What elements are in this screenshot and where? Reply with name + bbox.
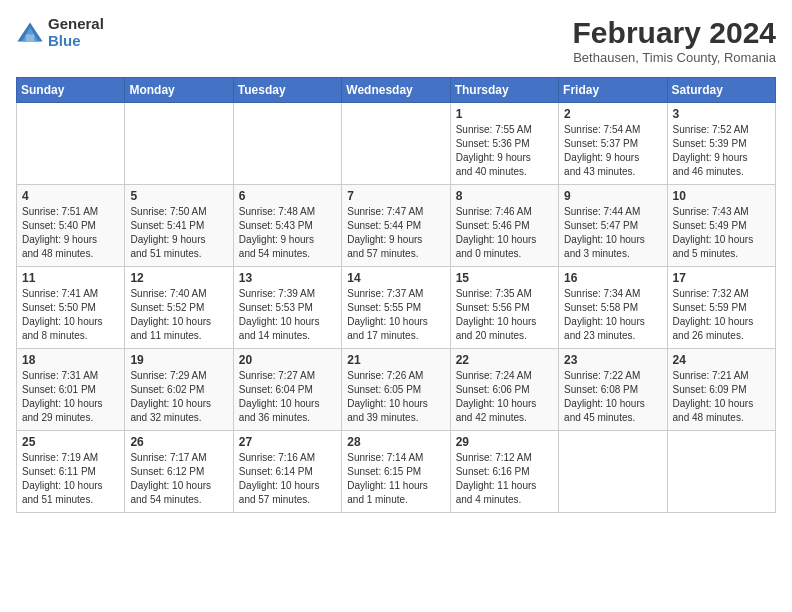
day-info: Sunrise: 7:35 AM Sunset: 5:56 PM Dayligh…	[456, 287, 553, 343]
day-number: 4	[22, 189, 119, 203]
title-block: February 2024 Bethausen, Timis County, R…	[573, 16, 776, 65]
day-info: Sunrise: 7:48 AM Sunset: 5:43 PM Dayligh…	[239, 205, 336, 261]
calendar-cell: 29Sunrise: 7:12 AM Sunset: 6:16 PM Dayli…	[450, 431, 558, 513]
calendar-cell: 26Sunrise: 7:17 AM Sunset: 6:12 PM Dayli…	[125, 431, 233, 513]
page-header: General Blue February 2024 Bethausen, Ti…	[16, 16, 776, 65]
logo-general: General	[48, 16, 104, 33]
header-friday: Friday	[559, 78, 667, 103]
day-number: 20	[239, 353, 336, 367]
header-thursday: Thursday	[450, 78, 558, 103]
calendar-cell	[667, 431, 775, 513]
calendar-subtitle: Bethausen, Timis County, Romania	[573, 50, 776, 65]
day-info: Sunrise: 7:50 AM Sunset: 5:41 PM Dayligh…	[130, 205, 227, 261]
week-row-1: 4Sunrise: 7:51 AM Sunset: 5:40 PM Daylig…	[17, 185, 776, 267]
calendar-cell: 25Sunrise: 7:19 AM Sunset: 6:11 PM Dayli…	[17, 431, 125, 513]
header-tuesday: Tuesday	[233, 78, 341, 103]
logo-blue: Blue	[48, 33, 104, 50]
week-row-4: 25Sunrise: 7:19 AM Sunset: 6:11 PM Dayli…	[17, 431, 776, 513]
calendar-cell: 22Sunrise: 7:24 AM Sunset: 6:06 PM Dayli…	[450, 349, 558, 431]
week-row-0: 1Sunrise: 7:55 AM Sunset: 5:36 PM Daylig…	[17, 103, 776, 185]
calendar-cell: 8Sunrise: 7:46 AM Sunset: 5:46 PM Daylig…	[450, 185, 558, 267]
day-number: 11	[22, 271, 119, 285]
svg-rect-2	[26, 34, 34, 41]
day-info: Sunrise: 7:32 AM Sunset: 5:59 PM Dayligh…	[673, 287, 770, 343]
calendar-table: SundayMondayTuesdayWednesdayThursdayFrid…	[16, 77, 776, 513]
day-number: 26	[130, 435, 227, 449]
day-info: Sunrise: 7:12 AM Sunset: 6:16 PM Dayligh…	[456, 451, 553, 507]
day-info: Sunrise: 7:46 AM Sunset: 5:46 PM Dayligh…	[456, 205, 553, 261]
day-number: 17	[673, 271, 770, 285]
day-number: 2	[564, 107, 661, 121]
day-info: Sunrise: 7:44 AM Sunset: 5:47 PM Dayligh…	[564, 205, 661, 261]
calendar-cell: 15Sunrise: 7:35 AM Sunset: 5:56 PM Dayli…	[450, 267, 558, 349]
day-number: 5	[130, 189, 227, 203]
day-number: 18	[22, 353, 119, 367]
calendar-cell: 21Sunrise: 7:26 AM Sunset: 6:05 PM Dayli…	[342, 349, 450, 431]
day-info: Sunrise: 7:51 AM Sunset: 5:40 PM Dayligh…	[22, 205, 119, 261]
calendar-cell: 4Sunrise: 7:51 AM Sunset: 5:40 PM Daylig…	[17, 185, 125, 267]
day-info: Sunrise: 7:31 AM Sunset: 6:01 PM Dayligh…	[22, 369, 119, 425]
calendar-cell: 27Sunrise: 7:16 AM Sunset: 6:14 PM Dayli…	[233, 431, 341, 513]
calendar-cell: 28Sunrise: 7:14 AM Sunset: 6:15 PM Dayli…	[342, 431, 450, 513]
day-number: 10	[673, 189, 770, 203]
day-number: 6	[239, 189, 336, 203]
day-info: Sunrise: 7:17 AM Sunset: 6:12 PM Dayligh…	[130, 451, 227, 507]
calendar-cell: 6Sunrise: 7:48 AM Sunset: 5:43 PM Daylig…	[233, 185, 341, 267]
calendar-cell: 23Sunrise: 7:22 AM Sunset: 6:08 PM Dayli…	[559, 349, 667, 431]
calendar-body: 1Sunrise: 7:55 AM Sunset: 5:36 PM Daylig…	[17, 103, 776, 513]
day-number: 24	[673, 353, 770, 367]
day-info: Sunrise: 7:16 AM Sunset: 6:14 PM Dayligh…	[239, 451, 336, 507]
day-number: 13	[239, 271, 336, 285]
day-info: Sunrise: 7:14 AM Sunset: 6:15 PM Dayligh…	[347, 451, 444, 507]
day-number: 8	[456, 189, 553, 203]
day-number: 15	[456, 271, 553, 285]
calendar-title: February 2024	[573, 16, 776, 50]
calendar-cell: 3Sunrise: 7:52 AM Sunset: 5:39 PM Daylig…	[667, 103, 775, 185]
calendar-cell	[233, 103, 341, 185]
header-sunday: Sunday	[17, 78, 125, 103]
day-info: Sunrise: 7:54 AM Sunset: 5:37 PM Dayligh…	[564, 123, 661, 179]
week-row-2: 11Sunrise: 7:41 AM Sunset: 5:50 PM Dayli…	[17, 267, 776, 349]
day-number: 27	[239, 435, 336, 449]
day-info: Sunrise: 7:37 AM Sunset: 5:55 PM Dayligh…	[347, 287, 444, 343]
logo-text: General Blue	[48, 16, 104, 49]
calendar-cell	[125, 103, 233, 185]
calendar-cell: 2Sunrise: 7:54 AM Sunset: 5:37 PM Daylig…	[559, 103, 667, 185]
day-info: Sunrise: 7:43 AM Sunset: 5:49 PM Dayligh…	[673, 205, 770, 261]
day-info: Sunrise: 7:21 AM Sunset: 6:09 PM Dayligh…	[673, 369, 770, 425]
day-number: 29	[456, 435, 553, 449]
day-number: 1	[456, 107, 553, 121]
day-info: Sunrise: 7:41 AM Sunset: 5:50 PM Dayligh…	[22, 287, 119, 343]
logo: General Blue	[16, 16, 104, 49]
day-number: 3	[673, 107, 770, 121]
day-info: Sunrise: 7:19 AM Sunset: 6:11 PM Dayligh…	[22, 451, 119, 507]
day-number: 14	[347, 271, 444, 285]
calendar-cell: 13Sunrise: 7:39 AM Sunset: 5:53 PM Dayli…	[233, 267, 341, 349]
calendar-cell: 17Sunrise: 7:32 AM Sunset: 5:59 PM Dayli…	[667, 267, 775, 349]
header-saturday: Saturday	[667, 78, 775, 103]
calendar-cell	[559, 431, 667, 513]
day-number: 28	[347, 435, 444, 449]
day-info: Sunrise: 7:22 AM Sunset: 6:08 PM Dayligh…	[564, 369, 661, 425]
calendar-cell	[17, 103, 125, 185]
calendar-cell: 16Sunrise: 7:34 AM Sunset: 5:58 PM Dayli…	[559, 267, 667, 349]
week-row-3: 18Sunrise: 7:31 AM Sunset: 6:01 PM Dayli…	[17, 349, 776, 431]
calendar-cell: 7Sunrise: 7:47 AM Sunset: 5:44 PM Daylig…	[342, 185, 450, 267]
calendar-cell: 14Sunrise: 7:37 AM Sunset: 5:55 PM Dayli…	[342, 267, 450, 349]
calendar-cell	[342, 103, 450, 185]
day-number: 23	[564, 353, 661, 367]
calendar-cell: 20Sunrise: 7:27 AM Sunset: 6:04 PM Dayli…	[233, 349, 341, 431]
calendar-cell: 11Sunrise: 7:41 AM Sunset: 5:50 PM Dayli…	[17, 267, 125, 349]
calendar-cell: 12Sunrise: 7:40 AM Sunset: 5:52 PM Dayli…	[125, 267, 233, 349]
day-number: 7	[347, 189, 444, 203]
calendar-cell: 10Sunrise: 7:43 AM Sunset: 5:49 PM Dayli…	[667, 185, 775, 267]
day-info: Sunrise: 7:24 AM Sunset: 6:06 PM Dayligh…	[456, 369, 553, 425]
day-info: Sunrise: 7:39 AM Sunset: 5:53 PM Dayligh…	[239, 287, 336, 343]
calendar-cell: 9Sunrise: 7:44 AM Sunset: 5:47 PM Daylig…	[559, 185, 667, 267]
header-row: SundayMondayTuesdayWednesdayThursdayFrid…	[17, 78, 776, 103]
day-info: Sunrise: 7:47 AM Sunset: 5:44 PM Dayligh…	[347, 205, 444, 261]
calendar-header: SundayMondayTuesdayWednesdayThursdayFrid…	[17, 78, 776, 103]
header-wednesday: Wednesday	[342, 78, 450, 103]
calendar-cell: 24Sunrise: 7:21 AM Sunset: 6:09 PM Dayli…	[667, 349, 775, 431]
day-info: Sunrise: 7:34 AM Sunset: 5:58 PM Dayligh…	[564, 287, 661, 343]
